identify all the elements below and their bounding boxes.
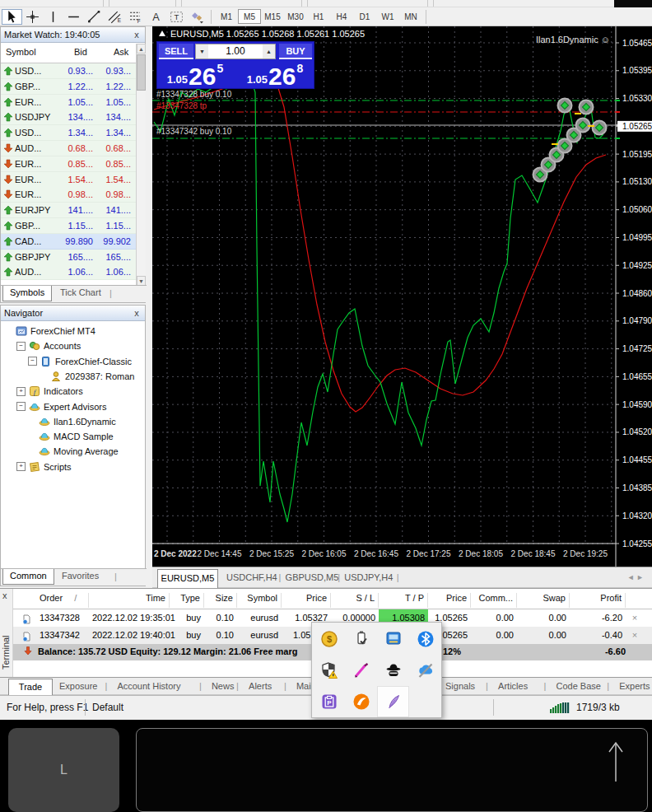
tray-icon-clipboard-p[interactable]: P xyxy=(313,686,345,717)
market-watch-row[interactable]: GBP...1.22...1.22... xyxy=(1,79,136,95)
market-watch-row[interactable]: USDJPY134....134.... xyxy=(1,110,136,125)
market-watch-header[interactable]: Symbol Bid Ask xyxy=(1,44,136,63)
col-header-type[interactable]: Type xyxy=(170,593,204,608)
equidistant-channel-tool-button[interactable]: E xyxy=(105,9,125,25)
collapse-icon[interactable]: − xyxy=(16,342,26,351)
sell-price[interactable]: 1.05 26 5 xyxy=(157,62,233,88)
tree-item-scripts[interactable]: +Scripts xyxy=(1,460,161,474)
col-header-price[interactable]: Price xyxy=(428,593,471,608)
timeframe-mn-button[interactable]: MN xyxy=(399,9,422,24)
tray-icon-remote-desktop[interactable] xyxy=(377,623,409,655)
market-watch-row[interactable]: EUR...0.85...0.85... xyxy=(1,156,136,172)
tray-icon-bluetooth[interactable] xyxy=(409,623,441,655)
tree-item-macd-sample[interactable]: MACD Sample xyxy=(1,429,173,444)
terminal-tab-code-base[interactable]: Code Base xyxy=(557,681,601,691)
timeframe-h1-button[interactable]: H1 xyxy=(307,9,330,24)
market-watch-scrollbar[interactable]: ▲ ▼ xyxy=(136,44,146,286)
timeframe-m15-button[interactable]: M15 xyxy=(261,9,284,24)
volume-decrease-icon[interactable]: ▼ xyxy=(196,44,208,58)
tray-icon-pen[interactable] xyxy=(345,655,377,686)
terminal-tab-articles[interactable]: Articles xyxy=(498,681,528,691)
timeframe-w1-button[interactable]: W1 xyxy=(376,9,399,24)
tree-item-forexchief-classic[interactable]: −ForexChief-Classic xyxy=(1,354,173,369)
shapes-tool-button[interactable] xyxy=(187,9,207,25)
tab-favorites[interactable]: Favorites xyxy=(55,569,105,584)
tray-icon-shield-warning[interactable] xyxy=(313,655,345,686)
market-watch-row[interactable]: CAD...99.89099.902 xyxy=(1,234,136,250)
terminal-tab-news[interactable]: News xyxy=(212,681,235,691)
market-watch-row[interactable]: AUD...1.06...1.06... xyxy=(1,264,136,280)
tab-tick-chart[interactable]: Tick Chart xyxy=(54,286,108,301)
close-icon[interactable]: x xyxy=(131,307,142,319)
tray-icon-feather[interactable] xyxy=(377,686,409,717)
text-label-tool-button[interactable]: T xyxy=(166,9,187,25)
collapse-icon[interactable]: − xyxy=(28,357,37,366)
price-chart[interactable]: 1.054651.053951.053301.052651.051951.051… xyxy=(152,26,652,567)
cursor-tool-button[interactable] xyxy=(2,9,22,25)
tree-item-accounts[interactable]: −Accounts xyxy=(1,338,161,353)
col-header-tp[interactable]: T / P xyxy=(379,593,428,608)
tray-icon-usb-check[interactable] xyxy=(345,623,377,655)
collapse-icon[interactable]: − xyxy=(16,402,26,411)
chart-tab-gbpusd-m5[interactable]: GBPUSD,M5 xyxy=(286,572,339,582)
col-header-time[interactable]: Time xyxy=(89,593,170,608)
market-watch-row[interactable]: USD...0.93...0.93... xyxy=(1,63,136,79)
col-header-swap[interactable]: Swap xyxy=(517,593,570,608)
tree-item-ilan1-6dynamic[interactable]: Ilan1.6Dynamic xyxy=(1,414,173,429)
buy-price[interactable]: 1.05 26 8 xyxy=(236,62,314,88)
horizontal-line-tool-button[interactable] xyxy=(63,9,84,25)
tree-item-indicators[interactable]: +fIndicators xyxy=(1,384,161,399)
col-header-size[interactable]: Size xyxy=(204,593,237,608)
close-icon[interactable]: x xyxy=(2,590,7,600)
col-header-comm[interactable]: Comm... xyxy=(471,593,517,608)
text-tool-button[interactable]: A xyxy=(146,9,166,25)
timeframe-m30-button[interactable]: M30 xyxy=(284,9,307,24)
timeframe-m5-button[interactable]: M5 xyxy=(238,9,261,24)
col-header-sl[interactable]: S / L xyxy=(331,593,379,608)
volume-increase-icon[interactable]: ▲ xyxy=(263,44,275,58)
terminal-tab-experts[interactable]: Experts xyxy=(619,681,650,691)
trendline-tool-button[interactable] xyxy=(84,9,105,25)
tray-icon-spy[interactable] xyxy=(377,655,409,686)
expand-icon[interactable]: + xyxy=(16,387,26,396)
tray-icon-avast[interactable] xyxy=(345,686,377,717)
tray-icon-cloud-off[interactable] xyxy=(409,655,441,686)
crosshair-tool-button[interactable] xyxy=(22,9,43,25)
tab-common[interactable]: Common xyxy=(2,569,54,585)
tray-icon-coin[interactable]: $ xyxy=(313,623,345,655)
tree-item-expert-advisors[interactable]: −Expert Advisors xyxy=(1,399,161,414)
market-watch-row[interactable]: EUR...1.54...1.54... xyxy=(1,172,136,188)
chart-tab-usdchf-h4[interactable]: USDCHF,H4 xyxy=(226,572,277,582)
market-watch-row[interactable]: AUD...0.68...0.68... xyxy=(1,141,136,156)
tab-symbols[interactable]: Symbols xyxy=(2,286,52,301)
cell-close[interactable]: × xyxy=(627,609,642,626)
scroll-up-icon[interactable]: ▲ xyxy=(137,44,146,54)
terminal-tab-alerts[interactable]: Alerts xyxy=(249,681,272,691)
market-watch-row[interactable]: EURJPY141....141.... xyxy=(1,203,136,218)
col-header-price_open[interactable]: Price xyxy=(282,593,331,608)
expand-icon[interactable]: + xyxy=(16,462,26,471)
timeframe-d1-button[interactable]: D1 xyxy=(353,9,376,24)
terminal-tab-account-history[interactable]: Account History xyxy=(117,681,180,691)
tree-item-forexchief-mt4[interactable]: ForexChief MT4 xyxy=(1,324,150,338)
buy-button[interactable]: BUY xyxy=(279,44,312,59)
tree-item-moving-average[interactable]: Moving Average xyxy=(1,444,173,459)
market-watch-row[interactable]: EUR...0.98...0.98... xyxy=(1,187,136,203)
fibonacci-tool-button[interactable]: F xyxy=(125,9,146,25)
market-watch-row[interactable]: GBP...1.15...1.15... xyxy=(1,218,136,234)
chart-tab-usdjpy-h4[interactable]: USDJPY,H4 xyxy=(344,572,393,582)
timeframe-h4-button[interactable]: H4 xyxy=(330,9,353,24)
vertical-line-tool-button[interactable] xyxy=(43,9,63,25)
market-watch-row[interactable]: EUR...1.05...1.05... xyxy=(1,95,136,110)
market-watch-row[interactable]: USD...1.34...1.34... xyxy=(1,125,136,141)
cell-close[interactable]: × xyxy=(627,627,642,643)
close-icon[interactable]: x xyxy=(131,29,142,40)
col-header-symbol[interactable]: Symbol xyxy=(237,593,282,608)
terminal-tab-signals[interactable]: Signals xyxy=(445,681,475,691)
chart-tab-eurusd-m5[interactable]: EURUSD,M5 xyxy=(157,569,218,589)
col-header-profit[interactable]: Profit xyxy=(570,593,626,608)
col-header-order[interactable]: Order/ xyxy=(36,593,89,608)
timeframe-m1-button[interactable]: M1 xyxy=(215,9,238,24)
market-watch-row[interactable]: GBPJPY165....165.... xyxy=(1,250,136,265)
scroll-thumb[interactable] xyxy=(137,54,146,91)
